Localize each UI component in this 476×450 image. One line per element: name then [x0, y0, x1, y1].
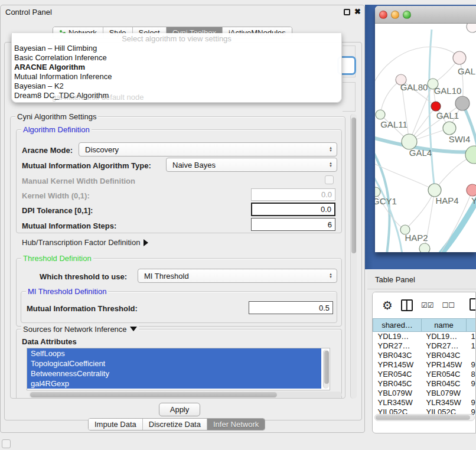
cell[interactable]: YDR27…: [422, 341, 467, 351]
node-label: GAL80: [400, 82, 428, 92]
cell[interactable]: 8.: [467, 370, 476, 379]
table-row[interactable]: YLR345WYLR345W9.: [373, 398, 476, 407]
dropdown-item[interactable]: Basic Correlation Inference: [14, 53, 107, 63]
node-red-selected[interactable]: [431, 102, 441, 111]
tab-impute-data[interactable]: Impute Data: [89, 419, 143, 430]
network-canvas[interactable]: GAL GAL80 GAL10 GAL11 GAL1 SWI4 GAL4 GCY…: [375, 24, 476, 252]
cell[interactable]: YPR145W: [373, 360, 422, 370]
cell[interactable]: YLR345W: [373, 398, 422, 407]
mi-threshold-input[interactable]: [249, 301, 333, 314]
table-row[interactable]: YBR045CYBR045C9.: [373, 379, 476, 389]
deselect-all-icon[interactable]: ☐☐: [442, 301, 455, 309]
node-hap4[interactable]: [428, 184, 441, 197]
dropdown-item-aracne[interactable]: ARACNE Algorithm: [14, 63, 85, 72]
manual-kernel-checkbox[interactable]: [325, 175, 334, 184]
settings-scrollbar-thumb[interactable]: [351, 118, 356, 253]
kernel-width-input[interactable]: [251, 188, 335, 201]
collapsed-panel-icon[interactable]: [2, 439, 11, 448]
stepper-icon: ▲▼: [327, 269, 334, 282]
cell[interactable]: YBR045C: [373, 379, 422, 389]
close-traffic-button[interactable]: [379, 11, 387, 19]
table-row[interactable]: YDL19…YDL19…13: [373, 332, 476, 341]
list-horizontal-scrollbar[interactable]: [29, 392, 342, 398]
cell[interactable]: YPR145W: [422, 360, 467, 370]
cell[interactable]: YBR043C: [422, 351, 467, 360]
cell[interactable]: YER054C: [373, 370, 422, 379]
zoom-traffic-button[interactable]: [403, 11, 411, 19]
list-scrollbar[interactable]: [323, 350, 329, 389]
list-horizontal-scrollbar-thumb[interactable]: [30, 392, 277, 397]
cell[interactable]: YBR045C: [422, 379, 467, 389]
cell[interactable]: [467, 389, 476, 398]
mi-steps-input[interactable]: [251, 218, 335, 231]
dropdown-item[interactable]: Bayesian – Hill Climbing: [14, 44, 97, 53]
cell[interactable]: 12: [467, 341, 476, 351]
cell[interactable]: YLR345W: [422, 398, 467, 407]
list-item-selected[interactable]: SelfLoops: [27, 348, 321, 358]
table-horizontal-scrollbar[interactable]: [374, 414, 475, 421]
list-scrollbar-thumb[interactable]: [324, 351, 329, 384]
dropdown-item[interactable]: Mutual Information Inference: [14, 72, 112, 81]
split-view-icon[interactable]: [401, 299, 413, 311]
minimize-traffic-button[interactable]: [391, 11, 399, 19]
hub-section-toggle[interactable]: Hub/Transcription Factor Definition: [22, 238, 148, 247]
select-all-icon[interactable]: ☑☑: [421, 301, 434, 309]
node-gal2[interactable]: [453, 51, 466, 64]
cell[interactable]: YER054C: [422, 370, 467, 379]
column-header[interactable]: shared…: [373, 319, 422, 332]
node-gal11[interactable]: [376, 110, 385, 119]
group-title: Sources for Network Inference: [23, 325, 127, 334]
float-window-icon[interactable]: [344, 9, 350, 15]
combo-value: MI Threshold: [144, 272, 189, 281]
cell[interactable]: YDL19…: [422, 332, 467, 341]
tab-discretize-data[interactable]: Discretize Data: [143, 419, 207, 430]
which-threshold-select[interactable]: MI Threshold ▲▼: [138, 269, 337, 283]
tab-infer-network[interactable]: Infer Network: [207, 419, 265, 430]
mi-type-select[interactable]: Naive Bayes ▲▼: [166, 158, 337, 172]
node-swi4[interactable]: [465, 146, 476, 164]
table-row[interactable]: YBL079WYBL079W: [373, 389, 476, 398]
cell[interactable]: 9.: [467, 379, 476, 389]
cell[interactable]: YDL19…: [373, 332, 422, 341]
cell[interactable]: YBL079W: [422, 389, 467, 398]
cell[interactable]: 9.: [467, 398, 476, 407]
list-item-selected[interactable]: BetweennessCentrality: [27, 369, 321, 379]
network-window-titlebar[interactable]: [375, 6, 476, 24]
cell[interactable]: 9.: [467, 360, 476, 370]
control-panel-titlebar[interactable]: Control Panel ✖: [1, 5, 364, 19]
node-salmon[interactable]: [467, 184, 476, 196]
cell[interactable]: [467, 351, 476, 360]
dpi-tolerance-input[interactable]: [251, 203, 335, 216]
gear-icon[interactable]: ⚙: [382, 298, 393, 312]
table-row[interactable]: YER054CYER054C8.: [373, 370, 476, 379]
data-attributes-list[interactable]: SelfLoops TopologicalCoefficient Between…: [27, 348, 330, 390]
dropdown-item[interactable]: Bayesian – K2: [14, 81, 64, 91]
node-partial-top[interactable]: [467, 24, 476, 32]
node-table: shared… name A YDL19…YDL19…13 YDR27…YDR2…: [373, 318, 476, 417]
apply-button[interactable]: Apply: [159, 403, 200, 416]
cell[interactable]: YDR27…: [373, 341, 422, 351]
column-header[interactable]: A: [467, 319, 476, 332]
column-header[interactable]: name: [422, 319, 467, 332]
cell[interactable]: YBL079W: [373, 389, 422, 398]
stepper-icon: ▲▼: [327, 158, 334, 171]
table-row[interactable]: YBR043CYBR043C: [373, 351, 476, 360]
aracne-mode-select[interactable]: Discovery ▲▼: [79, 142, 337, 156]
tab-label: Impute Data: [94, 420, 136, 429]
close-icon[interactable]: ✖: [354, 7, 361, 16]
settings-scrollbar[interactable]: [350, 114, 357, 399]
node-gal1[interactable]: [443, 122, 456, 135]
cell[interactable]: 13: [467, 332, 476, 341]
list-item-selected[interactable]: gal4RGexp: [27, 379, 321, 389]
node-label: GAL4: [409, 148, 432, 158]
node-gray[interactable]: [455, 96, 470, 110]
list-item-selected[interactable]: TopologicalCoefficient: [27, 358, 321, 369]
table-row[interactable]: YDR27…YDR27…12: [373, 341, 476, 351]
node-bottom[interactable]: [419, 243, 430, 252]
page-icon[interactable]: [470, 298, 476, 311]
sources-toggle[interactable]: Sources for Network Inference: [21, 325, 139, 334]
table-horizontal-scrollbar-thumb[interactable]: [376, 415, 470, 420]
cell[interactable]: YBR043C: [373, 351, 422, 360]
table-row[interactable]: YPR145WYPR145W9.: [373, 360, 476, 370]
screen: GAL GAL80 GAL10 GAL11 GAL1 SWI4 GAL4 GCY…: [0, 0, 476, 450]
